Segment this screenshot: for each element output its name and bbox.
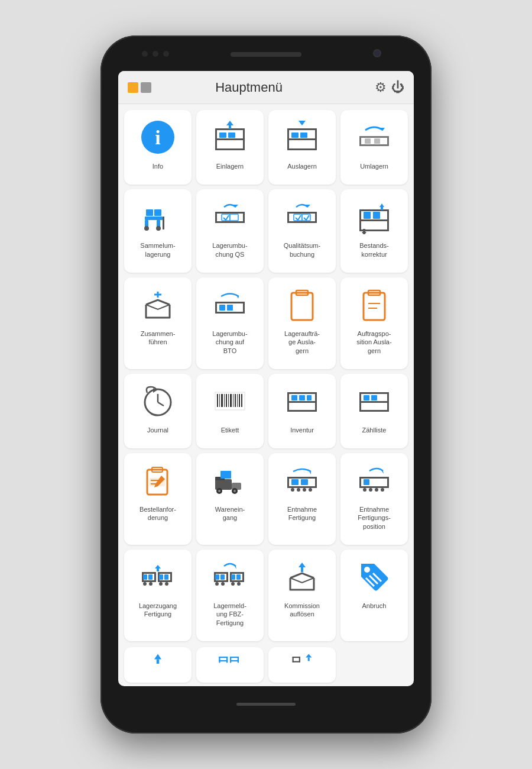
- svg-rect-91: [241, 394, 242, 407]
- svg-rect-45: [315, 212, 317, 223]
- svg-rect-38: [243, 212, 245, 223]
- icon-lagermeldung-fbz: [209, 555, 251, 598]
- menu-item-journal[interactable]: Journal: [124, 374, 192, 448]
- svg-rect-37: [215, 212, 217, 223]
- icon-qualitaetsumbuchung: [281, 195, 323, 238]
- svg-rect-96: [315, 392, 317, 412]
- phone-camera: [373, 49, 381, 57]
- icon-auslagern: [281, 116, 323, 159]
- menu-item-inventur[interactable]: Inventur: [268, 374, 336, 448]
- menu-item-lagerumbuchung-qs[interactable]: Lagerumbu-chung QS: [196, 189, 264, 273]
- menu-item-anbruch[interactable]: Anbruch: [340, 550, 408, 641]
- svg-rect-119: [220, 471, 231, 479]
- svg-point-138: [381, 488, 384, 492]
- svg-rect-195: [299, 657, 300, 663]
- icon-sammelumlagerung: [137, 195, 179, 238]
- svg-rect-149: [158, 572, 172, 574]
- menu-item-bestellanforderung[interactable]: Bestellanfor-derung: [124, 453, 192, 545]
- svg-rect-122: [287, 477, 289, 488]
- menu-item-sammelumlagerung[interactable]: Sammelum-lagerung: [124, 189, 192, 273]
- svg-rect-152: [170, 572, 172, 582]
- svg-rect-24: [365, 138, 371, 144]
- svg-rect-121: [287, 486, 317, 488]
- svg-rect-63: [215, 312, 245, 314]
- svg-rect-62: [215, 302, 245, 303]
- svg-rect-94: [287, 410, 317, 412]
- menu-item-etikett[interactable]: Etikett: [196, 374, 264, 448]
- label-entnahme-fertigung: EntnahmeFertigung: [287, 505, 317, 522]
- svg-rect-100: [359, 392, 389, 394]
- svg-rect-80: [217, 394, 218, 407]
- menu-item-wareneingang[interactable]: Warenein-gang: [196, 453, 264, 545]
- menu-item-bestandskorrektur[interactable]: Bestands-korrektur: [340, 189, 408, 273]
- svg-rect-106: [371, 395, 377, 400]
- sensor-dot-3: [163, 51, 169, 57]
- menu-item-zusammenfuehren[interactable]: Zusammen-führen: [124, 277, 192, 369]
- label-umlagern: Umlagern: [360, 162, 388, 170]
- icon-lagerzugang-fertigung: [137, 555, 179, 598]
- icon-bestandskorrektur: [353, 195, 395, 238]
- icon-zusammenfuehren: [137, 283, 179, 326]
- svg-rect-128: [291, 479, 299, 485]
- svg-point-118: [233, 490, 236, 492]
- partial-item-3[interactable]: [268, 647, 336, 683]
- svg-rect-177: [301, 567, 303, 572]
- svg-rect-64: [215, 302, 217, 314]
- svg-rect-190: [230, 657, 231, 663]
- svg-rect-87: [233, 394, 233, 407]
- svg-rect-12: [287, 138, 317, 140]
- svg-point-124: [291, 488, 294, 492]
- menu-grid: i Info: [118, 104, 414, 647]
- svg-rect-123: [315, 477, 317, 488]
- menu-item-lagermeldung-fbz[interactable]: Lagermeld-ung FBZ-Fertigung: [196, 550, 264, 641]
- label-lagerauftraege: Lageraufträ-ge Ausla-gern: [284, 329, 320, 355]
- svg-rect-88: [235, 394, 236, 407]
- svg-rect-5: [215, 128, 217, 150]
- partial-item-1[interactable]: [124, 647, 192, 683]
- phone-bottom: [236, 686, 296, 722]
- svg-point-153: [159, 582, 163, 586]
- svg-rect-20: [359, 136, 389, 138]
- settings-icon[interactable]: ⚙: [375, 80, 387, 95]
- svg-rect-101: [359, 401, 389, 403]
- svg-rect-197: [308, 658, 310, 661]
- icon-lagerumbuchung-qs: [209, 195, 251, 238]
- menu-item-einlagern[interactable]: Einlagern: [196, 110, 264, 185]
- menu-item-zaehliste[interactable]: Zählliste: [340, 374, 408, 448]
- svg-rect-97: [291, 395, 297, 400]
- svg-rect-27: [145, 217, 163, 220]
- menu-item-entnahme-fertigungsposition[interactable]: EntnahmeFertigungs-position: [340, 453, 408, 545]
- label-kommission: Kommissionauflösen: [284, 602, 320, 619]
- svg-rect-162: [226, 572, 228, 582]
- partial-item-2[interactable]: [196, 647, 264, 683]
- svg-point-135: [363, 488, 366, 492]
- power-icon[interactable]: ⏻: [391, 80, 404, 95]
- menu-item-lagerauftraege[interactable]: Lageraufträ-ge Ausla-gern: [268, 277, 336, 369]
- square-orange: [128, 82, 138, 93]
- menu-item-auftragsposition[interactable]: Auftragspo-sition Ausla-gern: [340, 277, 408, 369]
- menu-item-umlagern[interactable]: Umlagern: [340, 110, 408, 185]
- menu-item-auslagern[interactable]: Auslagern: [268, 110, 336, 185]
- menu-item-qualitaetsumbuchung[interactable]: Qualitätsum-buchung: [268, 189, 336, 273]
- svg-rect-174: [236, 574, 241, 580]
- menu-item-lagerumbuchung-bto[interactable]: Lagerumbu-chung aufBTO: [196, 277, 264, 369]
- svg-marker-56: [379, 203, 384, 207]
- svg-marker-9: [226, 121, 233, 125]
- svg-rect-142: [142, 580, 156, 582]
- svg-rect-17: [300, 133, 307, 138]
- menu-item-lagerzugang-fertigung[interactable]: LagerzugangFertigung: [124, 550, 192, 641]
- svg-point-127: [309, 488, 312, 492]
- menu-item-entnahme-fertigung[interactable]: EntnahmeFertigung: [268, 453, 336, 545]
- label-einlagern: Einlagern: [216, 162, 244, 170]
- label-lagerumbuchung-bto: Lagerumbu-chung aufBTO: [212, 329, 247, 355]
- svg-marker-130: [308, 469, 311, 474]
- svg-rect-141: [142, 572, 156, 574]
- svg-rect-186: [219, 657, 220, 663]
- svg-point-171: [231, 582, 235, 586]
- svg-rect-170: [242, 572, 244, 582]
- icon-lagerauftraege: [281, 283, 323, 326]
- menu-item-kommission[interactable]: Kommissionauflösen: [268, 550, 336, 641]
- menu-item-info[interactable]: i Info: [124, 110, 192, 185]
- header-squares: [128, 82, 151, 93]
- icon-anbruch: [353, 555, 395, 598]
